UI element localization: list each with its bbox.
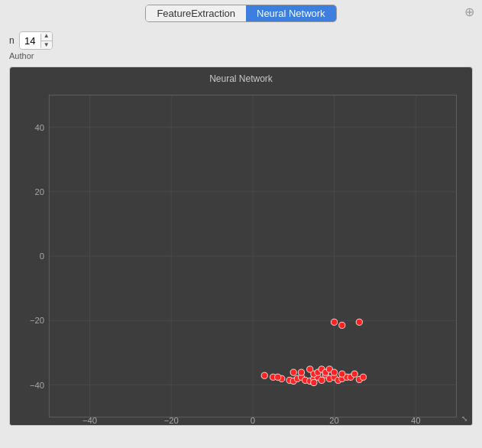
svg-text:−20: −20 <box>30 316 44 325</box>
svg-point-40 <box>298 369 304 375</box>
svg-point-58 <box>356 319 362 325</box>
chart-container: Neural Network −40 −20 0 20 40 40 20 0 <box>9 67 473 426</box>
author-label: Author <box>0 51 482 63</box>
svg-text:−40: −40 <box>30 381 44 390</box>
n-stepper: 14 ▲ ▼ <box>19 31 53 50</box>
svg-point-55 <box>290 369 296 375</box>
stepper-down-button[interactable]: ▼ <box>41 41 52 50</box>
svg-point-57 <box>339 322 345 328</box>
svg-text:−20: −20 <box>164 416 179 425</box>
svg-text:40: 40 <box>411 416 421 425</box>
svg-point-22 <box>261 372 267 378</box>
svg-text:20: 20 <box>35 187 45 196</box>
stepper-buttons: ▲ ▼ <box>41 32 52 49</box>
svg-point-50 <box>351 371 357 377</box>
n-label: n <box>9 35 15 46</box>
svg-point-54 <box>275 374 281 380</box>
n-value: 14 <box>20 34 41 48</box>
svg-point-48 <box>339 371 345 377</box>
tab-neural-network[interactable]: Neural Network <box>246 5 336 21</box>
tab-group: FeatureExtraction Neural Network <box>145 5 336 22</box>
svg-text:−40: −40 <box>82 416 97 425</box>
controls-row: n 14 ▲ ▼ <box>0 27 482 51</box>
chart-svg: −40 −20 0 20 40 40 20 0 −20 −40 <box>10 87 472 425</box>
chart-title: Neural Network <box>10 67 472 87</box>
svg-point-33 <box>319 377 325 383</box>
svg-point-47 <box>331 369 337 375</box>
resize-handle[interactable]: ⤡ <box>461 414 471 424</box>
svg-text:20: 20 <box>329 416 339 425</box>
svg-text:40: 40 <box>35 123 45 132</box>
tab-feature-extraction[interactable]: FeatureExtraction <box>146 5 246 21</box>
stepper-up-button[interactable]: ▲ <box>41 32 52 41</box>
top-bar: FeatureExtraction Neural Network ⊕ <box>0 0 482 27</box>
svg-point-53 <box>311 379 317 385</box>
settings-icon[interactable]: ⊕ <box>464 5 474 19</box>
svg-point-56 <box>331 319 337 325</box>
svg-text:0: 0 <box>251 416 255 425</box>
svg-point-52 <box>360 374 366 380</box>
svg-text:0: 0 <box>40 252 44 261</box>
